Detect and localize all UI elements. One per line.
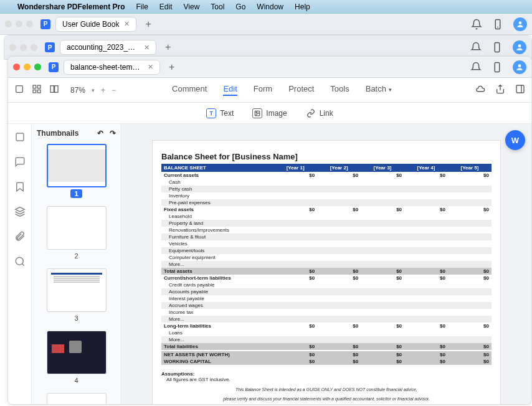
layers-rail-icon[interactable] xyxy=(14,206,26,217)
svg-rect-8 xyxy=(33,85,36,88)
search-rail-icon[interactable] xyxy=(14,256,26,267)
min-dot[interactable] xyxy=(16,21,22,27)
thumbnails-panel: Thumbnails ↶ ↷ 1 2 3 4 xyxy=(32,124,121,404)
mobile-icon[interactable] xyxy=(492,62,503,73)
pdf-page-1: Balance Sheet for [Business Name] BALANC… xyxy=(152,140,501,404)
svg-rect-10 xyxy=(33,90,36,93)
page-num-4: 4 xyxy=(37,377,116,384)
window3-front: P balance-sheet-template-1 ✕ + 87% ▾ + −… xyxy=(7,56,532,405)
redo-icon[interactable]: ↷ xyxy=(110,129,116,138)
bell-icon[interactable] xyxy=(471,19,482,30)
user-avatar[interactable] xyxy=(513,60,526,74)
svg-rect-12 xyxy=(50,86,54,93)
bell-icon[interactable] xyxy=(470,42,482,53)
user-avatar[interactable] xyxy=(513,17,527,31)
panel-toggle-icon[interactable] xyxy=(515,84,525,96)
zoom-out-button[interactable]: − xyxy=(112,86,116,95)
user-avatar[interactable] xyxy=(513,40,526,54)
thumbnail-page-4[interactable] xyxy=(47,331,107,374)
mobile-icon[interactable] xyxy=(492,19,503,30)
share-icon[interactable] xyxy=(495,84,505,96)
assumptions-text: All figures are GST inclusive. xyxy=(161,377,492,382)
zoom-in-button[interactable]: + xyxy=(101,86,105,95)
min-dot[interactable] xyxy=(24,64,31,70)
svg-point-4 xyxy=(518,44,521,47)
tab-tools[interactable]: Tools xyxy=(330,84,349,96)
tab-edit[interactable]: Edit xyxy=(223,84,237,96)
close-tab-icon[interactable]: ✕ xyxy=(144,44,150,52)
tab-accounting[interactable]: accounting_2023_08_14 1... ✕ xyxy=(60,40,156,55)
document-view[interactable]: W Balance Sheet for [Business Name] BALA… xyxy=(121,124,531,404)
comments-rail-icon[interactable] xyxy=(14,156,26,168)
view-two-icon[interactable] xyxy=(49,84,59,96)
app-logo-icon: P xyxy=(45,42,55,52)
thumbnail-page-3[interactable] xyxy=(47,268,107,312)
menu-go[interactable]: Go xyxy=(235,2,245,11)
svg-rect-14 xyxy=(516,85,524,93)
thumbnail-page-2[interactable] xyxy=(47,206,107,250)
bookmarks-rail-icon[interactable] xyxy=(14,181,26,192)
svg-point-6 xyxy=(518,64,521,67)
svg-rect-9 xyxy=(37,85,40,88)
mobile-icon[interactable] xyxy=(492,42,503,53)
tab-user-guide[interactable]: User Guide Book ✕ xyxy=(55,17,136,32)
tab-form[interactable]: Form xyxy=(254,84,272,96)
attachments-rail-icon[interactable] xyxy=(14,231,26,242)
zoom-level[interactable]: 87% xyxy=(70,86,85,95)
new-tab-button[interactable]: + xyxy=(145,19,151,30)
svg-rect-5 xyxy=(495,62,500,72)
menu-help[interactable]: Help xyxy=(295,2,310,11)
thumbnails-title: Thumbnails xyxy=(37,129,78,138)
svg-rect-13 xyxy=(55,86,58,93)
doc-title: Balance Sheet for [Business Name] xyxy=(161,152,492,161)
new-tab-button[interactable]: + xyxy=(169,62,174,73)
tab-title: User Guide Book xyxy=(62,20,119,29)
edit-text-button[interactable]: TText xyxy=(206,108,234,118)
new-tab-button[interactable]: + xyxy=(165,42,171,53)
view-single-icon[interactable] xyxy=(14,84,24,96)
thumbnail-page-5[interactable] xyxy=(47,393,107,404)
svg-rect-3 xyxy=(495,43,500,52)
undo-icon[interactable]: ↶ xyxy=(97,129,103,138)
max-dot[interactable] xyxy=(34,64,41,70)
menu-window[interactable]: Window xyxy=(257,2,283,11)
close-dot[interactable] xyxy=(13,64,20,70)
tab-title: accounting_2023_08_14 1... xyxy=(67,43,139,52)
assumptions-label: Assumptions: xyxy=(161,371,492,377)
bell-icon[interactable] xyxy=(470,62,482,73)
traffic-lights xyxy=(5,21,33,27)
thumbnail-page-1[interactable] xyxy=(47,144,107,187)
svg-rect-18 xyxy=(16,133,24,141)
window1-tabrow: P User Guide Book ✕ + xyxy=(0,14,532,35)
main-toolbar: 87% ▾ + − Comment Edit Form Protect Tool… xyxy=(8,78,531,103)
edit-image-button[interactable]: Image xyxy=(252,108,287,118)
thumbnails-rail-icon[interactable] xyxy=(14,131,26,143)
tab-comment[interactable]: Comment xyxy=(172,84,207,96)
max-dot[interactable] xyxy=(26,21,33,27)
disclaimer-1: This Balance Sheet is intended as a GUID… xyxy=(161,387,492,392)
close-tab-icon[interactable]: ✕ xyxy=(124,20,130,28)
tab-title: balance-sheet-template-1 xyxy=(70,63,143,72)
menu-view[interactable]: View xyxy=(184,2,200,11)
app-name[interactable]: Wondershare PDFelement Pro xyxy=(17,2,125,11)
menu-tool[interactable]: Tool xyxy=(211,2,224,11)
page-num-3: 3 xyxy=(37,314,116,322)
svg-point-2 xyxy=(519,21,522,24)
app-logo-icon: P xyxy=(40,19,50,29)
svg-line-20 xyxy=(22,264,24,266)
svg-point-19 xyxy=(16,257,23,265)
menu-file[interactable]: File xyxy=(136,2,148,11)
edit-link-button[interactable]: Link xyxy=(306,108,333,118)
view-grid-icon[interactable] xyxy=(32,84,42,96)
page-num-1: 1 xyxy=(70,189,82,198)
tab-protect[interactable]: Protect xyxy=(288,84,314,96)
close-dot[interactable] xyxy=(5,21,12,27)
tab-balance-sheet[interactable]: balance-sheet-template-1 ✕ xyxy=(64,60,160,75)
close-tab-icon[interactable]: ✕ xyxy=(148,63,153,71)
tab-batch[interactable]: Batch ▾ xyxy=(366,84,392,96)
convert-word-fab[interactable]: W xyxy=(505,130,525,150)
menu-edit[interactable]: Edit xyxy=(159,2,173,11)
balance-sheet-table: BALANCE SHEET[Year 1][Year 2][Year 3][Ye… xyxy=(161,164,492,365)
chevron-down-icon[interactable]: ▾ xyxy=(92,87,95,93)
cloud-icon[interactable] xyxy=(475,84,485,96)
